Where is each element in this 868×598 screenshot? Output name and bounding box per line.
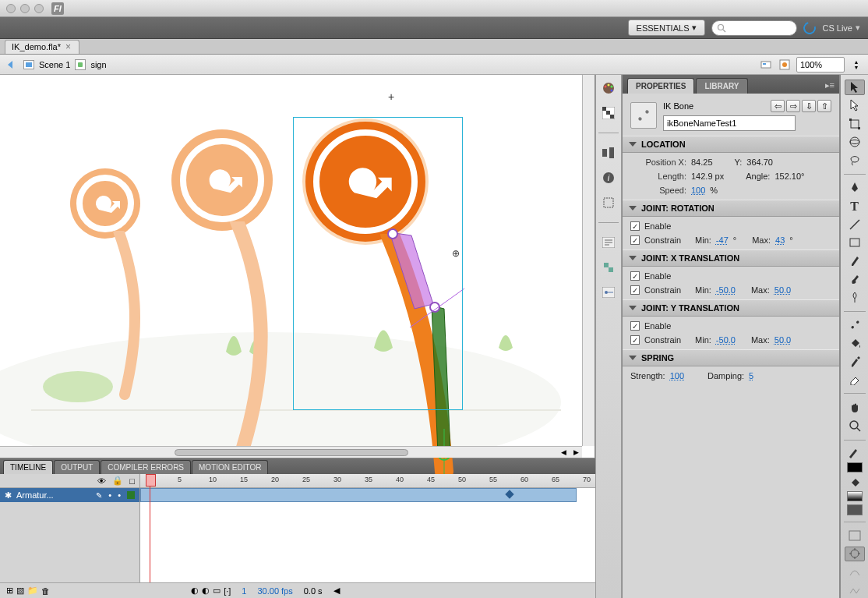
code-snippets-icon[interactable] bbox=[599, 234, 618, 251]
xtrans-enable-checkbox[interactable] bbox=[630, 271, 640, 281]
layer-buttons[interactable]: ⊞▧📁🗑 bbox=[6, 586, 50, 596]
swap-colors[interactable] bbox=[847, 504, 863, 515]
layer-lock-dot[interactable]: • bbox=[118, 490, 121, 500]
color-panel-icon[interactable] bbox=[599, 80, 618, 97]
rectangle-tool[interactable] bbox=[845, 235, 865, 249]
tab-properties[interactable]: PROPERTIES bbox=[627, 78, 694, 94]
scroll-left-icon[interactable]: ◀ bbox=[333, 586, 340, 596]
bone-name-input[interactable] bbox=[663, 115, 796, 131]
pencil-tool[interactable] bbox=[845, 253, 865, 268]
close-tab-icon[interactable]: × bbox=[65, 42, 71, 51]
zoom-tool[interactable] bbox=[845, 419, 865, 433]
swatches-panel-icon[interactable] bbox=[599, 104, 618, 122]
lasso-tool[interactable] bbox=[845, 153, 865, 168]
frames-area[interactable]: 1510152025303540455055606570 bbox=[140, 474, 595, 582]
layer-row[interactable]: ✱ Armatur... ✎ • • bbox=[0, 488, 139, 502]
bone-tool[interactable] bbox=[845, 317, 865, 332]
frame-row[interactable] bbox=[140, 488, 595, 502]
next-sibling-button[interactable]: ⇨ bbox=[786, 100, 800, 112]
visibility-header-icon[interactable]: 👁 bbox=[97, 476, 106, 486]
child-bone-button[interactable]: ⇩ bbox=[802, 100, 816, 112]
tab-timeline[interactable]: TIMELINE bbox=[3, 460, 53, 474]
edit-scene-icon[interactable] bbox=[759, 58, 773, 72]
spring-strength-input[interactable]: 100 bbox=[670, 371, 684, 380]
document-tab[interactable]: IK_demo.fla* × bbox=[5, 40, 79, 54]
tab-motion-editor[interactable]: MOTION EDITOR bbox=[192, 460, 268, 474]
zoom-window-icon[interactable] bbox=[34, 4, 44, 13]
selection-tool[interactable] bbox=[845, 80, 865, 95]
motion-presets-icon[interactable] bbox=[599, 284, 618, 301]
ytrans-enable-checkbox[interactable] bbox=[630, 321, 640, 331]
layer-visible-dot[interactable]: • bbox=[108, 490, 111, 500]
rotation-min-input[interactable]: -47 bbox=[716, 235, 729, 245]
free-transform-tool[interactable] bbox=[845, 116, 865, 131]
xtrans-constrain-checkbox[interactable] bbox=[630, 285, 640, 295]
fill-color[interactable] bbox=[847, 491, 863, 501]
eyedropper-tool[interactable] bbox=[845, 354, 865, 369]
workspace-switcher[interactable]: ESSENTIALS ▾ bbox=[628, 19, 706, 36]
brush-tool[interactable] bbox=[845, 271, 865, 286]
lock-header-icon[interactable]: 🔒 bbox=[112, 476, 123, 486]
xtrans-max-input[interactable]: 50.0 bbox=[774, 285, 791, 295]
text-tool[interactable]: T bbox=[845, 199, 865, 214]
fps-display[interactable]: 30.00 fps bbox=[257, 586, 292, 596]
rotation-enable-checkbox[interactable] bbox=[630, 221, 640, 231]
sync-icon[interactable] bbox=[802, 19, 819, 37]
current-frame[interactable]: 1 bbox=[242, 586, 246, 596]
parent-bone-button[interactable]: ⇧ bbox=[817, 100, 831, 112]
playhead[interactable] bbox=[150, 474, 150, 582]
snap-to-objects[interactable] bbox=[845, 547, 865, 562]
close-window-icon[interactable] bbox=[6, 4, 16, 13]
stage-v-scrollbar[interactable] bbox=[582, 75, 595, 446]
section-joint-rotation[interactable]: JOINT: ROTATION bbox=[623, 200, 839, 217]
deco-tool[interactable] bbox=[845, 289, 865, 304]
section-joint-x[interactable]: JOINT: X TRANSLATION bbox=[623, 249, 839, 267]
fill-color-swatch[interactable] bbox=[845, 476, 865, 488]
3d-rotation-tool[interactable] bbox=[845, 134, 865, 149]
cs-live-button[interactable]: CS Live ▾ bbox=[822, 23, 860, 33]
minimize-window-icon[interactable] bbox=[20, 4, 30, 13]
eraser-tool[interactable] bbox=[845, 372, 865, 387]
back-button[interactable] bbox=[5, 58, 19, 72]
ytrans-max-input[interactable]: 50.0 bbox=[774, 335, 791, 345]
ytrans-constrain-checkbox[interactable] bbox=[630, 335, 640, 345]
stroke-color-swatch[interactable] bbox=[845, 447, 865, 459]
tab-compiler-errors[interactable]: COMPILER ERRORS bbox=[101, 460, 191, 474]
smooth-option[interactable] bbox=[845, 564, 865, 579]
components-panel-icon[interactable] bbox=[599, 259, 618, 276]
tool-options[interactable] bbox=[845, 528, 865, 543]
speed-input[interactable]: 100 bbox=[691, 186, 705, 195]
tab-output[interactable]: OUTPUT bbox=[54, 460, 100, 474]
scene-label[interactable]: Scene 1 bbox=[39, 60, 70, 69]
stage[interactable]: + ⊕ ◀▶ bbox=[0, 75, 595, 458]
spring-damping-input[interactable]: 5 bbox=[749, 371, 753, 380]
panel-menu-icon[interactable]: ▸≡ bbox=[820, 77, 839, 94]
straighten-option[interactable] bbox=[845, 583, 865, 598]
section-location[interactable]: LOCATION bbox=[623, 136, 839, 153]
rotation-max-input[interactable]: 43 bbox=[775, 235, 785, 245]
paint-bucket-tool[interactable] bbox=[845, 336, 865, 351]
info-panel-icon[interactable]: i bbox=[599, 169, 618, 186]
section-joint-y[interactable]: JOINT: Y TRANSLATION bbox=[623, 299, 839, 317]
hand-tool[interactable] bbox=[845, 400, 865, 415]
onion-skin-buttons[interactable]: ◐◐▭[·] bbox=[191, 586, 231, 596]
xtrans-min-input[interactable]: -50.0 bbox=[716, 285, 736, 295]
align-panel-icon[interactable] bbox=[599, 144, 618, 161]
subselection-tool[interactable] bbox=[845, 98, 865, 113]
outline-header-icon[interactable]: □ bbox=[129, 476, 135, 486]
transform-panel-icon[interactable] bbox=[599, 194, 618, 211]
frame-ruler[interactable]: 1510152025303540455055606570 bbox=[140, 474, 595, 488]
zoom-input[interactable]: 100% bbox=[796, 57, 845, 73]
prev-sibling-button[interactable]: ⇦ bbox=[771, 100, 785, 112]
stage-h-scrollbar[interactable]: ◀▶ bbox=[0, 446, 582, 458]
stroke-color[interactable] bbox=[847, 462, 863, 472]
line-tool[interactable] bbox=[845, 217, 865, 232]
section-spring[interactable]: SPRING bbox=[623, 349, 839, 366]
pen-tool[interactable] bbox=[845, 181, 865, 196]
help-search-input[interactable] bbox=[711, 20, 797, 36]
rotation-constrain-checkbox[interactable] bbox=[630, 235, 640, 245]
zoom-stepper[interactable]: ▲▼ bbox=[849, 58, 863, 72]
tab-library[interactable]: LIBRARY bbox=[696, 78, 747, 94]
symbol-label[interactable]: sign bbox=[90, 60, 106, 69]
layer-outline-swatch[interactable] bbox=[127, 491, 135, 499]
